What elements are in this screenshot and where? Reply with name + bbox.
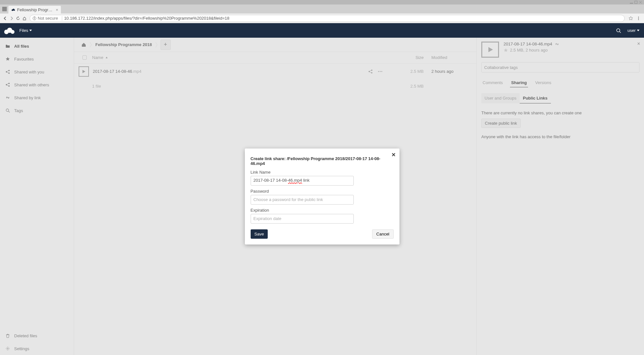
- expiration-input[interactable]: [251, 214, 354, 224]
- owncloud-logo-icon[interactable]: [3, 27, 15, 34]
- nav-home-button[interactable]: [21, 15, 28, 22]
- caret-down-icon: [29, 30, 32, 32]
- save-button[interactable]: Save: [251, 229, 268, 239]
- user-menu[interactable]: user: [623, 28, 644, 33]
- tab-close-icon[interactable]: ×: [56, 7, 58, 12]
- password-label: Password: [251, 189, 394, 194]
- browser-menu-icon[interactable]: [635, 15, 642, 22]
- caret-down-icon: [637, 30, 639, 32]
- password-input[interactable]: [251, 195, 354, 205]
- browser-address-bar: i Not secure 10.186.172.122/index.php/ap…: [0, 14, 644, 23]
- svg-point-12: [638, 19, 639, 20]
- window-maximize-icon[interactable]: [634, 1, 638, 4]
- nav-back-button[interactable]: [2, 15, 8, 22]
- svg-point-7: [14, 10, 15, 11]
- browser-app-icon[interactable]: [1, 6, 8, 12]
- info-icon: i: [33, 16, 36, 20]
- svg-line-17: [620, 32, 621, 33]
- window-minimize-icon[interactable]: [630, 1, 634, 4]
- app-header: Files user: [0, 23, 644, 38]
- svg-rect-1: [635, 1, 637, 4]
- link-name-label: Link Name: [251, 170, 394, 175]
- svg-text:i: i: [34, 16, 35, 20]
- browser-tab-strip: Fellowship Program ×: [0, 5, 644, 14]
- cancel-button[interactable]: Cancel: [372, 229, 393, 239]
- modal-title: Create link share: /Fellowship Programme…: [251, 156, 394, 166]
- app-switcher[interactable]: Files: [19, 28, 32, 33]
- bookmark-star-icon[interactable]: [627, 15, 634, 22]
- modal-close-icon[interactable]: ✕: [391, 152, 396, 158]
- owncloud-favicon-icon: [11, 7, 15, 12]
- app-name-label: Files: [19, 28, 28, 33]
- svg-point-16: [617, 29, 620, 32]
- svg-rect-4: [2, 7, 7, 11]
- svg-point-11: [638, 18, 639, 18]
- user-label: user: [628, 28, 636, 33]
- os-titlebar: [0, 0, 644, 5]
- svg-rect-0: [630, 3, 633, 4]
- browser-tab-title: Fellowship Program: [17, 7, 53, 12]
- security-label: Not secure: [38, 16, 58, 21]
- nav-reload-button[interactable]: [15, 15, 21, 22]
- create-link-modal: ✕ Create link share: /Fellowship Program…: [245, 149, 399, 245]
- expiration-label: Expiration: [251, 208, 394, 213]
- nav-forward-button[interactable]: [8, 15, 15, 22]
- svg-point-10: [638, 16, 639, 17]
- link-name-input[interactable]: 2017-08-17 14-08-46.mp4 link: [251, 176, 354, 186]
- svg-point-15: [11, 30, 14, 34]
- search-button[interactable]: [614, 28, 623, 33]
- window-close-icon[interactable]: [639, 1, 643, 4]
- browser-omnibox[interactable]: i Not secure 10.186.172.122/index.php/ap…: [30, 15, 625, 22]
- browser-url: 10.186.172.122/index.php/apps/files/?dir…: [64, 16, 229, 21]
- browser-tab[interactable]: Fellowship Program ×: [8, 6, 61, 14]
